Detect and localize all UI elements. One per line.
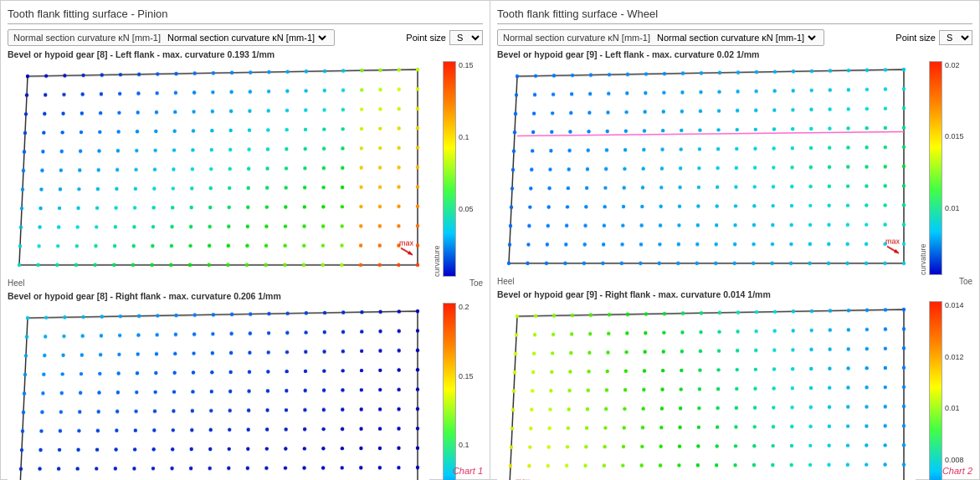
wheel-left-canvas: [497, 61, 916, 275]
wheel-right-colorbar-ticks: 0.014 0.012 0.01 0.008 0.006: [942, 301, 964, 480]
pinion-point-size-label: Point size: [406, 33, 446, 43]
pinion-right-colorbar-label: curvature: [433, 303, 441, 480]
wheel-right-plot: [497, 301, 916, 480]
wheel-panel: Tooth flank fitting surface - Wheel Norm…: [490, 0, 980, 480]
pinion-left-colorbar: [443, 61, 456, 277]
pinion-right-subtitle: Bevel or hypoid gear [8] - Right flank -…: [8, 291, 483, 301]
wheel-left-colorbar-label: curvature: [919, 61, 927, 275]
pinion-title: Tooth flank fitting surface - Pinion: [8, 8, 483, 24]
pinion-dropdown[interactable]: Normal section curvature κN [mm-1] Norma…: [8, 29, 335, 46]
wheel-left-chart: Bevel or hypoid gear [9] - Left flank - …: [497, 49, 972, 286]
pinion-right-chart: Bevel or hypoid gear [8] - Right flank -…: [8, 291, 483, 480]
wheel-right-subtitle: Bevel or hypoid gear [9] - Right flank -…: [497, 289, 972, 299]
wheel-right-colorbar-label: curvature: [919, 301, 927, 480]
wheel-left-axis: Heel Toe: [497, 277, 972, 286]
wheel-left-colorbar-ticks: 0.02 0.015 0.01: [942, 61, 964, 275]
wheel-dropdown-select[interactable]: Normal section curvature κN [mm-1]: [654, 32, 818, 43]
wheel-dropdown-label: Normal section curvature κN [mm-1]: [503, 33, 650, 43]
wheel-point-size-label: Point size: [895, 33, 936, 43]
pinion-right-canvas: [8, 303, 429, 480]
wheel-left-plot: [497, 61, 916, 275]
pinion-right-colorbar-ticks: 0.2 0.15 0.1 0.05: [456, 303, 474, 480]
pinion-left-canvas: [8, 61, 429, 277]
wheel-left-subtitle: Bevel or hypoid gear [9] - Left flank - …: [497, 49, 972, 59]
wheel-right-chart: Bevel or hypoid gear [9] - Right flank -…: [497, 289, 972, 480]
wheel-title: Tooth flank fitting surface - Wheel: [497, 8, 972, 24]
pinion-left-subtitle: Bevel or hypoid gear [8] - Left flank - …: [8, 49, 483, 59]
pinion-dropdown-label: Normal section curvature κN [mm-1]: [13, 33, 161, 43]
pinion-right-plot: [8, 303, 429, 480]
pinion-left-axis: Heel Toe: [8, 278, 483, 288]
pinion-left-chart: Bevel or hypoid gear [8] - Left flank - …: [8, 49, 483, 288]
pinion-left-colorbar-label: curvature: [433, 61, 441, 277]
wheel-point-size: Point size SML: [895, 30, 972, 45]
wheel-left-colorbar: [929, 61, 942, 275]
pinion-panel: Tooth flank fitting surface - Pinion Nor…: [0, 0, 490, 480]
pinion-left-colorbar-ticks: 0.15 0.1 0.05: [456, 61, 474, 277]
wheel-dropdown[interactable]: Normal section curvature κN [mm-1] Norma…: [497, 29, 824, 46]
pinion-point-size-select[interactable]: SML: [449, 30, 483, 45]
pinion-dropdown-select[interactable]: Normal section curvature κN [mm-1]: [164, 32, 329, 43]
pinion-left-plot: [8, 61, 429, 277]
wheel-right-colorbar: [929, 301, 942, 480]
pinion-right-colorbar: [443, 303, 456, 480]
wheel-point-size-select[interactable]: SML: [939, 30, 972, 45]
pinion-point-size: Point size SML: [406, 30, 483, 45]
wheel-right-canvas: [497, 301, 916, 480]
pinion-chart-number: Chart 1: [453, 466, 483, 476]
wheel-chart-number: Chart 2: [942, 466, 972, 476]
